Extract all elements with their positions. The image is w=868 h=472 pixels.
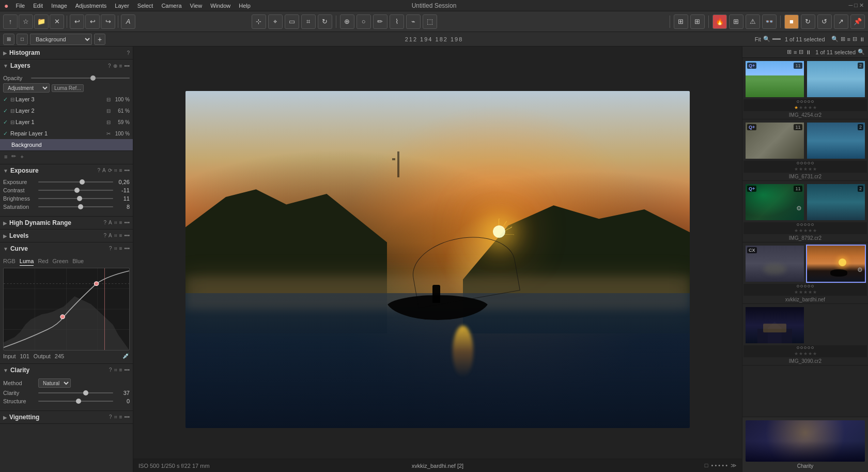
exposure-header[interactable]: ▼ Exposure ? A ⟳ ⌗ ≡ ••• [0,164,133,177]
thumb-xvkkiz-2[interactable]: ⚙ [806,245,866,283]
exposure-dots-icon[interactable]: ••• [124,168,130,174]
saturation-track[interactable] [38,206,113,207]
menu-camera[interactable]: Camera [158,2,184,10]
menu-adjustments[interactable]: Adjustments [72,2,110,10]
levels-more-icon[interactable]: ≡ [119,233,122,239]
color1-btn[interactable]: 🔥 [712,14,727,29]
menu-window[interactable]: Window [207,2,234,10]
vignetting-header[interactable]: ▶ Vignetting ? ⌗ ≡ ••• [0,411,133,423]
orange-btn[interactable]: ■ [784,14,799,29]
search-icon-right[interactable]: 🔍 [858,49,865,55]
brightness-track[interactable] [38,198,113,199]
detail-icon-right[interactable]: ⊟ [799,49,803,55]
thumb-xvkkiz-1[interactable]: CX [745,245,805,283]
clarity-header[interactable]: ▼ Clarity ? ⌗ ≡ ••• [0,364,133,376]
clarity-copy-icon[interactable]: ⌗ [114,367,117,373]
clarity-track[interactable] [38,392,113,393]
pause-icon[interactable]: ⏸ [859,36,865,42]
exposure-q-icon[interactable]: ? [97,168,100,174]
adjustment-select[interactable]: Adjustment [3,83,50,93]
clarity-q-icon[interactable]: ? [109,367,112,373]
detail-view-icon[interactable]: ⊟ [853,36,857,42]
layer-row-background[interactable]: Background [0,139,133,150]
hdr-copy-icon[interactable]: ⌗ [114,220,117,226]
menu-image[interactable]: Image [48,2,70,10]
layer-row-repair[interactable]: ✓ Repair Layer 1 ✂ 100 % [0,128,133,139]
heal-tool[interactable]: ⌁ [406,14,421,29]
vignetting-more-icon[interactable]: ≡ [119,414,122,420]
refresh-btn[interactable]: ↻ [801,14,815,29]
hdr-more-icon[interactable]: ≡ [119,220,122,226]
layer-row-2[interactable]: ✓ ⊟ Layer 2 ⊟ 61 % [0,105,133,116]
thumb-img-4254-1[interactable]: 11 Q+ [745,60,805,98]
levels-a-icon[interactable]: A [109,233,112,239]
hdr-a-icon[interactable]: A [109,220,112,226]
layers-more-icon[interactable]: ≡ [119,63,122,69]
pause-icon-right[interactable]: ⏸ [805,49,811,55]
curve-copy-icon[interactable]: ⌗ [114,246,117,252]
charity-thumb[interactable] [746,420,865,462]
add-layer-btn[interactable]: + [94,34,105,45]
vignetting-dots-icon[interactable]: ••• [124,414,130,420]
exposure-a-icon[interactable]: A [102,168,106,174]
levels-header[interactable]: ▶ Levels ? A ⌗ ≡ ••• [0,230,133,242]
thumb-img-4254-2[interactable]: 2 [806,60,866,98]
menu-select[interactable]: Select [134,2,157,10]
layer-row-3[interactable]: ✓ ⊟ Layer 3 ⊟ 100 % [0,94,133,105]
export-btn[interactable]: ↑ [3,14,18,29]
layer-align-btn[interactable]: ≡ [3,153,8,160]
contrast-track[interactable] [38,190,113,191]
grid-btn[interactable]: ⊞ [690,14,705,29]
clarity-more-icon[interactable]: ≡ [119,367,122,373]
delete-btn[interactable]: ✕ [50,14,64,29]
curve-dots-icon[interactable]: ••• [124,246,130,252]
structure-track[interactable] [38,401,113,402]
pin-btn[interactable]: 📌 [850,14,865,29]
vignetting-q-icon[interactable]: ? [109,414,112,420]
layers-dots-icon[interactable]: ••• [124,63,130,69]
layers-q-icon[interactable]: ? [108,63,111,69]
rect-tool[interactable]: ▭ [285,14,299,29]
curve-more-icon[interactable]: ≡ [119,246,122,252]
levels-q-icon[interactable]: ? [103,233,106,239]
curve-q-icon[interactable]: ? [109,246,112,252]
thumb-img-6731-2[interactable]: 2 [806,121,866,160]
brush-tool[interactable]: ✏ [373,14,388,29]
curve-tab-luma[interactable]: Luma [20,257,34,266]
hdr-header[interactable]: ▶ High Dynamic Range ? A ⌗ ≡ ••• [0,217,133,229]
layer-paint-btn[interactable]: ✏ [10,153,17,160]
menu-help[interactable]: Help [236,2,254,10]
grid-icon-right[interactable]: ⊞ [787,49,792,55]
undo2-btn[interactable]: ↩ [85,14,100,29]
new-btn[interactable]: ☆ [19,14,33,29]
glasses-btn[interactable]: 👓 [762,14,777,29]
exposure-reset-icon[interactable]: ⟳ [108,168,112,174]
zoom-icon[interactable]: 🔍 [763,36,770,42]
square-btn[interactable]: □ [17,34,28,45]
vignetting-copy-icon[interactable]: ⌗ [114,414,117,420]
thumb-img-8792-2[interactable]: 2 [806,183,866,221]
method-select[interactable]: Natural [38,378,71,388]
search-icon[interactable]: 🔍 [831,36,839,42]
compare-btn[interactable]: ⊞ [674,14,688,29]
curve-canvas[interactable] [3,268,130,351]
hdr-dots-icon[interactable]: ••• [124,220,130,226]
hdr-q-icon[interactable]: ? [103,220,106,226]
opacity-slider[interactable] [31,78,130,79]
compare-icon[interactable]: ━━ [772,35,781,43]
crop-tool[interactable]: ⌗ [301,14,316,29]
color2-btn[interactable]: ⊞ [729,14,743,29]
ellipse-tool[interactable]: ○ [357,14,371,29]
layer-selector[interactable]: Background [30,34,92,45]
exposure-copy-icon[interactable]: ⌗ [114,168,117,174]
curve-tab-blue[interactable]: Blue [72,257,84,266]
curve-eyedrop-icon[interactable]: 💉 [122,353,130,359]
text-btn[interactable]: A [121,14,135,29]
arrow-btn[interactable]: ↗ [834,14,848,29]
layer-row-1[interactable]: ✓ ⊟ Layer 1 ⊟ 59 % [0,116,133,128]
clone-tool[interactable]: ⊕ [340,14,354,29]
layers-header[interactable]: ▼ Layers ? ⊕ ≡ ••• [0,59,133,72]
erase-tool[interactable]: ⬚ [423,14,437,29]
hist-q-icon[interactable]: ? [127,50,130,56]
thumb-img-6731-1[interactable]: 11 Q+ [745,121,805,160]
